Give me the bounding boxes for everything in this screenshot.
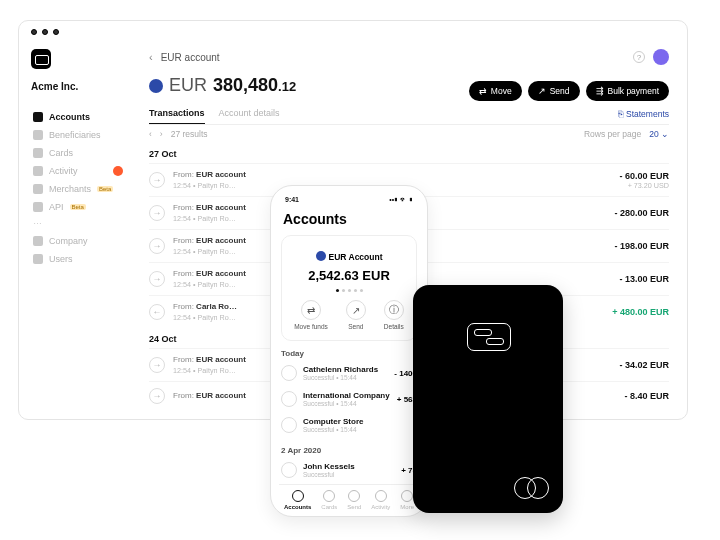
account-card[interactable]: EUR Account 2,542.63 EUR ⇄Move funds ↗Se… (281, 235, 417, 341)
logo-icon (31, 49, 51, 69)
payment-card (413, 285, 563, 513)
tab-accounts[interactable]: Accounts (284, 490, 311, 510)
sidebar-item-label: Accounts (49, 112, 90, 122)
move-icon: ⇄ (479, 86, 487, 96)
rows-per-page-select[interactable]: 20 ⌄ (649, 129, 669, 139)
send-button[interactable]: ↗Send (346, 300, 366, 330)
sidebar-item-api[interactable]: APIBeta (31, 198, 137, 216)
sidebar-item-accounts[interactable]: Accounts (31, 108, 137, 126)
direction-icon: → (149, 238, 165, 254)
sidebar-item-label: Users (49, 254, 73, 264)
eu-flag-icon (316, 251, 326, 261)
send-icon: ↗ (346, 300, 366, 320)
merchant-icon (281, 462, 297, 478)
sidebar-item-label: Cards (49, 148, 73, 158)
cards-icon (33, 148, 43, 158)
currency-code: EUR (169, 75, 207, 96)
details-icon: ⓘ (384, 300, 404, 320)
rows-per-page-label: Rows per page (584, 129, 641, 139)
statements-link[interactable]: ⎘Statements (618, 108, 669, 124)
results-count: 27 results (171, 129, 208, 139)
bulk-payment-button[interactable]: ⇶Bulk payment (586, 81, 670, 101)
phone-section-label: Today (281, 349, 417, 358)
phone-title: Accounts (283, 211, 415, 227)
action-buttons: ⇄Move ↗Send ⇶Bulk payment (469, 81, 669, 101)
details-button[interactable]: ⓘDetails (384, 300, 404, 330)
sidebar-item-beneficiaries[interactable]: Beneficiaries (31, 126, 137, 144)
time: 9:41 (285, 196, 299, 203)
users-icon (33, 254, 43, 264)
sidebar-item-label: Activity (49, 166, 78, 176)
tab-cards[interactable]: Cards (321, 490, 337, 510)
carousel-dots (292, 289, 406, 292)
bulk-icon: ⇶ (596, 86, 604, 96)
accounts-icon (33, 112, 43, 122)
sidebar-item-activity[interactable]: Activity (31, 162, 137, 180)
page-title: EUR account (161, 52, 220, 63)
merchants-icon (33, 184, 43, 194)
direction-icon: → (149, 205, 165, 221)
sidebar-item-label: Beneficiaries (49, 130, 101, 140)
phone-tabbar: Accounts Cards Send Activity More (279, 484, 419, 510)
signal-wifi-battery-icon: ••▮ ᯤ ▮ (389, 196, 413, 203)
sidebar-item-merchants[interactable]: MerchantsBeta (31, 180, 137, 198)
pager-prev[interactable]: ‹ (149, 129, 152, 139)
eu-flag-icon (149, 79, 163, 93)
sidebar-item-label: Merchants (49, 184, 91, 194)
move-button[interactable]: ⇄Move (469, 81, 522, 101)
chip-icon (467, 323, 511, 351)
window-controls (31, 29, 59, 35)
sidebar-item-cards[interactable]: Cards (31, 144, 137, 162)
back-icon[interactable]: ‹ (149, 51, 153, 63)
tab-transactions[interactable]: Transactions (149, 108, 205, 124)
beta-badge: Beta (70, 204, 86, 210)
send-button[interactable]: ↗Send (528, 81, 580, 101)
document-icon: ⎘ (618, 109, 623, 119)
pager: ‹ › 27 results Rows per page 20 ⌄ (149, 129, 669, 139)
company-name: Acme Inc. (31, 81, 137, 92)
tab-more[interactable]: More (400, 490, 414, 510)
tab-send[interactable]: Send (347, 490, 361, 510)
sidebar-item-company[interactable]: Company (31, 232, 137, 250)
merchant-icon (281, 365, 297, 381)
direction-icon: → (149, 357, 165, 373)
company-icon (33, 236, 43, 246)
move-icon: ⇄ (301, 300, 321, 320)
phone-mock: 9:41 ••▮ ᯤ ▮ Accounts EUR Account 2,542.… (270, 185, 428, 517)
sidebar-item-label: Company (49, 236, 88, 246)
phone-transaction-row[interactable]: Cathelenn RichardsSuccessful • 15:44- 14… (279, 360, 419, 386)
avatar[interactable] (653, 49, 669, 65)
sidebar-separator: … (31, 216, 137, 232)
api-icon (33, 202, 43, 212)
help-icon[interactable]: ? (633, 51, 645, 63)
pager-next[interactable]: › (160, 129, 163, 139)
merchant-icon (281, 417, 297, 433)
phone-transaction-row[interactable]: International CompanySuccessful • 15:44+… (279, 386, 419, 412)
sidebar: Acme Inc. Accounts Beneficiaries Cards A… (19, 49, 137, 419)
sidebar-item-label: API (49, 202, 64, 212)
tab-account-details[interactable]: Account details (219, 108, 280, 124)
direction-icon: → (149, 388, 165, 404)
tab-activity[interactable]: Activity (371, 490, 390, 510)
move-funds-button[interactable]: ⇄Move funds (294, 300, 328, 330)
direction-icon: → (149, 172, 165, 188)
mastercard-icon (514, 477, 549, 499)
beneficiaries-icon (33, 130, 43, 140)
chevron-down-icon: ⌄ (661, 129, 669, 139)
activity-icon (33, 166, 43, 176)
sidebar-item-users[interactable]: Users (31, 250, 137, 268)
phone-section-label: 2 Apr 2020 (281, 446, 417, 455)
direction-icon: ← (149, 304, 165, 320)
tabs: Transactions Account details ⎘Statements (149, 108, 669, 125)
balance-amount: 380,480.12 (213, 75, 296, 96)
notification-dot-icon (113, 166, 123, 176)
phone-transaction-row[interactable]: Computer StoreSuccessful • 15:44 (279, 412, 419, 438)
account-name: EUR Account (329, 252, 383, 262)
direction-icon: → (149, 271, 165, 287)
account-balance: 2,542.63 EUR (292, 268, 406, 283)
beta-badge: Beta (97, 186, 113, 192)
status-bar: 9:41 ••▮ ᯤ ▮ (279, 194, 419, 209)
merchant-icon (281, 391, 297, 407)
phone-transaction-row[interactable]: John KesselsSuccessful+ 75 (279, 457, 419, 483)
date-group-label: 27 Oct (149, 149, 669, 159)
